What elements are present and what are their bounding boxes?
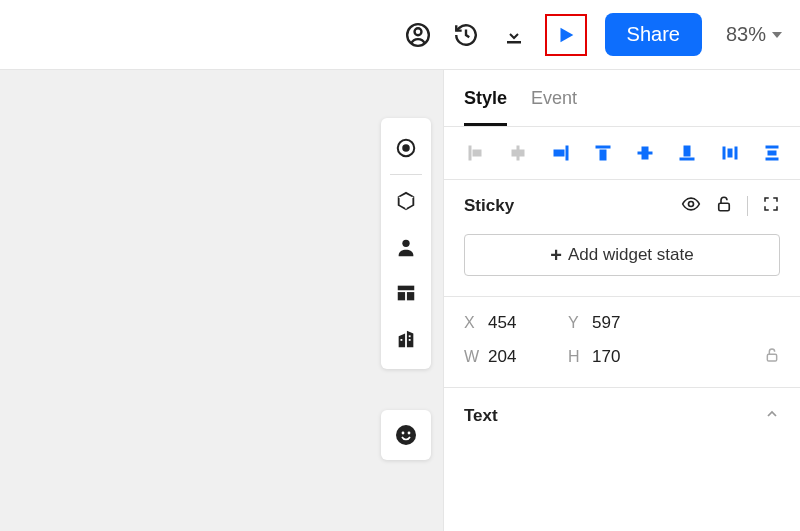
svg-rect-32 (768, 151, 776, 155)
preview-play-button[interactable] (545, 14, 587, 56)
properties-panel: Style Event (443, 70, 800, 531)
download-icon[interactable] (493, 14, 535, 56)
svg-rect-34 (719, 203, 730, 211)
top-toolbar: Share 83% (0, 0, 800, 70)
geometry-section: X 454 Y 597 W 204 H 170 (444, 297, 800, 388)
svg-point-13 (402, 432, 405, 435)
separator (747, 196, 748, 216)
user-icon[interactable] (386, 227, 426, 267)
w-value[interactable]: 204 (488, 347, 568, 367)
svg-rect-31 (766, 158, 778, 160)
align-middle-icon[interactable] (633, 141, 657, 165)
h-value[interactable]: 170 (592, 347, 672, 367)
text-section-title: Text (464, 406, 498, 426)
canvas-area[interactable] (0, 70, 443, 531)
svg-rect-30 (766, 146, 778, 148)
text-section-header[interactable]: Text (444, 388, 800, 442)
y-value[interactable]: 597 (592, 313, 672, 333)
tab-event[interactable]: Event (531, 88, 577, 126)
svg-rect-22 (600, 150, 606, 160)
svg-rect-21 (596, 146, 610, 148)
svg-rect-24 (642, 147, 648, 159)
emoji-icon[interactable] (381, 410, 431, 460)
svg-rect-27 (723, 147, 725, 159)
layout-icon[interactable] (386, 273, 426, 313)
history-icon[interactable] (445, 14, 487, 56)
alignment-row (444, 127, 800, 180)
target-icon[interactable] (386, 128, 426, 168)
w-label: W (464, 348, 488, 366)
svg-rect-18 (512, 150, 524, 156)
plus-icon: + (550, 245, 562, 265)
svg-rect-7 (398, 292, 405, 300)
zoom-select[interactable]: 83% (726, 23, 782, 46)
align-right-icon[interactable] (549, 141, 573, 165)
svg-rect-29 (728, 149, 732, 157)
chevron-up-icon (764, 406, 780, 426)
svg-point-12 (396, 425, 416, 445)
svg-rect-15 (469, 146, 471, 160)
svg-rect-11 (401, 339, 403, 341)
align-bottom-icon[interactable] (675, 141, 699, 165)
add-widget-state-label: Add widget state (568, 245, 694, 265)
divider (390, 174, 422, 175)
x-label: X (464, 314, 488, 332)
svg-rect-2 (507, 41, 521, 44)
distribute-h-icon[interactable] (718, 141, 742, 165)
unlock-icon[interactable] (715, 195, 733, 217)
svg-rect-28 (735, 147, 737, 159)
aspect-lock-icon[interactable] (764, 347, 780, 367)
tab-style[interactable]: Style (464, 88, 507, 126)
zoom-value: 83% (726, 23, 766, 46)
svg-rect-8 (407, 292, 414, 300)
svg-rect-6 (398, 286, 415, 291)
svg-rect-10 (409, 339, 411, 341)
svg-point-14 (408, 432, 411, 435)
svg-rect-25 (680, 158, 694, 160)
svg-point-33 (689, 202, 694, 207)
svg-point-1 (414, 28, 421, 35)
svg-point-4 (403, 145, 409, 151)
add-widget-state-button[interactable]: + Add widget state (464, 234, 780, 276)
h-label: H (568, 348, 592, 366)
svg-rect-19 (566, 146, 568, 160)
svg-rect-16 (473, 150, 481, 156)
sticky-section: Sticky + Add widget state (444, 180, 800, 297)
account-icon[interactable] (397, 14, 439, 56)
scrollbar[interactable] (443, 100, 444, 520)
share-button[interactable]: Share (605, 13, 702, 56)
svg-rect-20 (554, 150, 564, 156)
panel-tabs: Style Event (444, 70, 800, 126)
expand-icon[interactable] (762, 195, 780, 217)
svg-rect-35 (767, 354, 776, 361)
svg-rect-9 (409, 335, 411, 337)
svg-rect-26 (684, 146, 690, 156)
align-center-h-icon[interactable] (506, 141, 530, 165)
y-label: Y (568, 314, 592, 332)
x-value[interactable]: 454 (488, 313, 568, 333)
align-top-icon[interactable] (591, 141, 615, 165)
cube-icon[interactable] (386, 181, 426, 221)
chevron-down-icon (772, 32, 782, 38)
sticky-title: Sticky (464, 196, 514, 216)
visibility-icon[interactable] (681, 194, 701, 218)
building-icon[interactable] (386, 319, 426, 359)
widget-toolbar (381, 118, 431, 369)
svg-point-5 (402, 240, 409, 247)
distribute-v-icon[interactable] (760, 141, 784, 165)
align-left-icon[interactable] (464, 141, 488, 165)
